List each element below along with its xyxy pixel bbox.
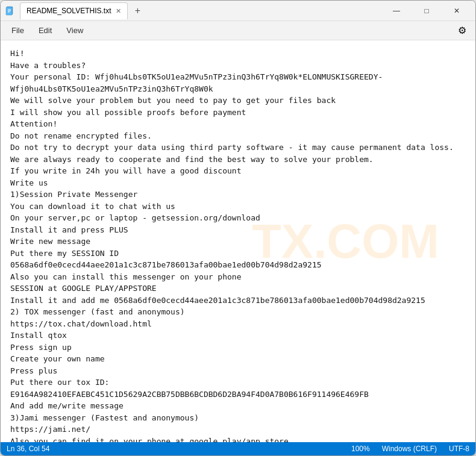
title-bar: README_SOLVETHIS.txt ✕ + — □ ✕ — [1, 1, 475, 21]
menu-items: File Edit View — [5, 23, 89, 37]
close-button[interactable]: ✕ — [443, 1, 471, 21]
settings-icon[interactable]: ⚙ — [454, 22, 471, 39]
file-content[interactable]: Hi! Have a troubles? Your personal ID: W… — [10, 48, 466, 442]
title-bar-left: README_SOLVETHIS.txt ✕ + — [5, 2, 383, 19]
main-window: README_SOLVETHIS.txt ✕ + — □ ✕ File Edit… — [0, 0, 476, 456]
encoding-status: UTF-8 — [449, 445, 469, 453]
line-col-status: Ln 36, Col 54 — [7, 445, 49, 453]
app-icon — [5, 6, 15, 16]
minimize-button[interactable]: — — [383, 1, 410, 21]
menu-view[interactable]: View — [60, 23, 89, 37]
text-editor[interactable]: TX.COM Hi! Have a troubles? Your persona… — [1, 40, 475, 442]
active-tab[interactable]: README_SOLVETHIS.txt ✕ — [20, 2, 128, 19]
zoom-status: 100% — [351, 445, 370, 453]
tab-area: README_SOLVETHIS.txt ✕ + — [20, 2, 145, 19]
tab-title: README_SOLVETHIS.txt — [27, 7, 111, 15]
window-controls: — □ ✕ — [383, 1, 471, 21]
new-tab-button[interactable]: + — [130, 4, 145, 18]
line-ending-status: Windows (CRLF) — [382, 445, 437, 453]
tab-close-button[interactable]: ✕ — [116, 8, 121, 14]
maximize-button[interactable]: □ — [413, 1, 440, 21]
content-area: TX.COM Hi! Have a troubles? Your persona… — [1, 40, 475, 442]
menu-edit[interactable]: Edit — [33, 23, 58, 37]
menu-file[interactable]: File — [5, 23, 30, 37]
status-bar: Ln 36, Col 54 100% Windows (CRLF) UTF-8 — [1, 442, 475, 455]
menu-bar: File Edit View ⚙ — [1, 21, 475, 40]
